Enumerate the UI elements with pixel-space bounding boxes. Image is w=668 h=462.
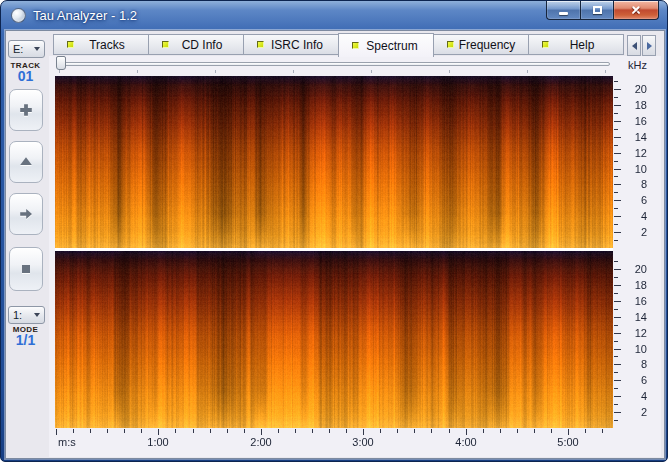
position-slider-thumb[interactable] <box>56 56 66 70</box>
tab-spectrum[interactable]: Spectrum <box>338 33 434 57</box>
tab-isrc-info[interactable]: ISRC Info <box>243 34 339 55</box>
plus-button[interactable] <box>9 89 43 131</box>
maximize-icon <box>593 6 602 14</box>
close-icon <box>630 4 642 16</box>
chevron-down-icon <box>34 313 40 317</box>
tab-scroll-right-button[interactable] <box>642 35 656 56</box>
tab-label: Spectrum <box>359 39 433 53</box>
next-button[interactable] <box>9 193 43 235</box>
track-number: 01 <box>5 68 46 84</box>
freq-axis-unit: kHz <box>619 59 647 71</box>
tab-label: ISRC Info <box>264 38 338 52</box>
window-title: Tau Analyzer - 1.2 <box>33 8 137 23</box>
tab-cd-info[interactable]: CD Info <box>148 34 244 55</box>
tab-led-icon <box>542 41 549 48</box>
tab-led-icon <box>447 41 454 48</box>
mode-selector[interactable]: 1: <box>8 306 45 324</box>
plus-icon <box>19 103 33 117</box>
arrow-left-icon <box>632 42 637 50</box>
drive-selector[interactable]: E: <box>8 40 45 58</box>
mode-value: 1/1 <box>5 332 46 348</box>
titlebar[interactable]: Tau Analyzer - 1.2 <box>1 1 667 30</box>
minimize-icon <box>559 12 568 15</box>
eject-button[interactable] <box>9 141 43 183</box>
minimize-button[interactable] <box>546 1 580 20</box>
tab-label: Frequency <box>454 38 528 52</box>
tab-scroll-left-button[interactable] <box>627 35 641 56</box>
app-icon <box>11 8 26 23</box>
position-slider-track[interactable] <box>56 62 610 66</box>
eject-icon <box>19 156 33 168</box>
tab-tracks[interactable]: Tracks <box>53 34 149 55</box>
drive-selector-value: E: <box>13 43 23 55</box>
tab-led-icon <box>67 41 74 48</box>
stop-button[interactable] <box>9 247 43 291</box>
chevron-down-icon <box>34 47 40 51</box>
spectrogram-canvas <box>55 76 613 428</box>
tab-label: Tracks <box>74 38 148 52</box>
close-button[interactable] <box>614 1 659 20</box>
tab-help[interactable]: Help <box>528 34 624 55</box>
window-controls <box>546 1 659 20</box>
arrow-right-icon <box>19 207 33 221</box>
arrow-right-icon <box>647 42 652 50</box>
tab-label: CD Info <box>169 38 243 52</box>
tab-led-icon <box>352 42 359 49</box>
mode-selector-value: 1: <box>13 309 22 321</box>
tab-label: Help <box>549 38 623 52</box>
tab-led-icon <box>257 41 264 48</box>
maximize-button[interactable] <box>580 1 614 20</box>
tab-led-icon <box>162 41 169 48</box>
app-window: Tau Analyzer - 1.2 E: TRACK 01 1: MODE 1… <box>0 0 668 462</box>
tab-frequency[interactable]: Frequency <box>433 34 529 55</box>
stop-icon <box>20 263 32 275</box>
